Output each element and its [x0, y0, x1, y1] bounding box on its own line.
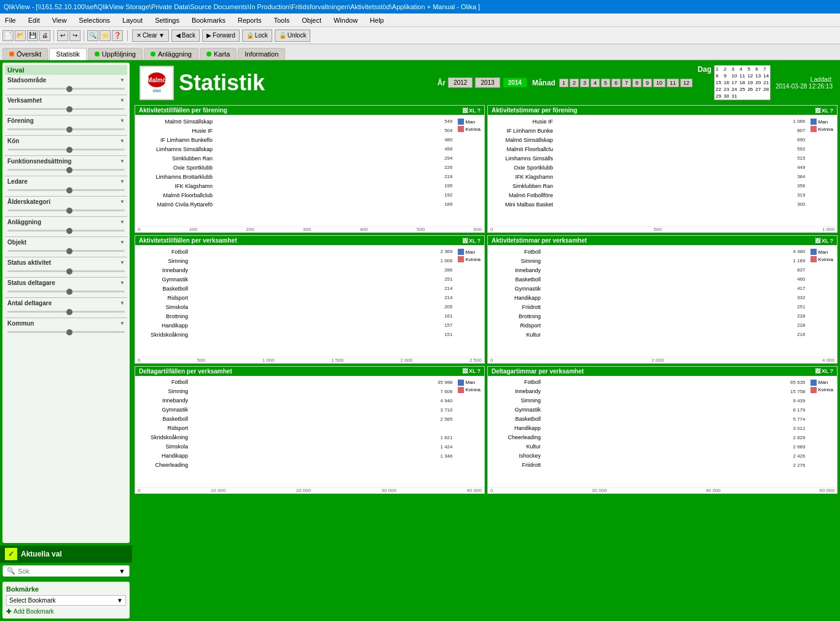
month-7[interactable]: 7	[622, 79, 631, 87]
menu-bookmarks[interactable]: Bookmarks	[189, 15, 228, 25]
slider-anlaggning[interactable]	[5, 226, 127, 235]
tab-oversikt[interactable]: Översikt	[2, 48, 48, 60]
chart-icon-info-1[interactable]: ?	[477, 107, 481, 114]
month-11[interactable]: 11	[667, 79, 679, 87]
tab-information[interactable]: Information	[238, 48, 285, 60]
filter-alderskategori: Ålderskategori ▼	[5, 198, 127, 214]
chart-icon-save-1[interactable]: 🖼	[462, 107, 468, 114]
month-1[interactable]: 1	[559, 79, 568, 87]
search-box[interactable]: 🔍 ▼	[2, 565, 130, 577]
month-5[interactable]: 5	[601, 79, 610, 87]
clear-button[interactable]: ✕ Clear ▼	[132, 29, 169, 42]
menu-reports[interactable]: Reports	[235, 15, 264, 25]
month-2[interactable]: 2	[570, 79, 579, 87]
menu-settings[interactable]: Settings	[152, 15, 182, 25]
logo-box: Malmö stad	[139, 66, 174, 100]
bar-row: Kultur216	[492, 330, 806, 338]
month-12[interactable]: 12	[680, 79, 693, 87]
chart-icon-save-3[interactable]: 🖼	[462, 238, 468, 244]
month-3[interactable]: 3	[580, 79, 589, 87]
month-6[interactable]: 6	[611, 79, 621, 87]
menu-file[interactable]: File	[2, 15, 18, 25]
chart-header-6: Deltagartimmar per verksamhet 🖼 XL ?	[488, 367, 837, 376]
aktuella-val-label: Aktuella val	[21, 550, 62, 558]
chart-icon-save-4[interactable]: 🖼	[815, 238, 820, 244]
lock-button[interactable]: 🔒 Lock	[242, 29, 272, 42]
bookmark-select[interactable]: Select Bookmark ▼	[6, 595, 126, 606]
chart-icon-xl-4[interactable]: XL	[822, 238, 829, 244]
bar-row: Limhamns Simsälls515	[492, 154, 806, 162]
tab-karta[interactable]: Karta	[200, 48, 237, 60]
chart-bars-3: Fotboll2 369 Simning1 006 Innebandy286 G…	[136, 246, 455, 355]
slider-ledare[interactable]	[5, 186, 127, 194]
menu-tools[interactable]: Tools	[271, 15, 292, 25]
chart-icon-info-5[interactable]: ?	[477, 368, 481, 374]
slider-status-deltagare[interactable]	[5, 287, 127, 295]
save-icon[interactable]: 💾	[27, 30, 38, 41]
chart-icon-info-2[interactable]: ?	[830, 107, 834, 114]
help-icon[interactable]: ❓	[112, 30, 123, 41]
bar-row: Handikapp332	[492, 294, 806, 302]
chart-icon-info-4[interactable]: ?	[830, 238, 834, 244]
slider-stadsomrade[interactable]	[5, 84, 127, 93]
menu-object[interactable]: Object	[299, 15, 324, 25]
add-bookmark-button[interactable]: ✚ Add Bookmark	[6, 608, 126, 615]
slider-kommun[interactable]	[5, 327, 127, 336]
month-4[interactable]: 4	[591, 79, 600, 87]
chart-icon-save-2[interactable]: 🖼	[815, 107, 820, 114]
search-input[interactable]	[18, 568, 116, 575]
slider-kon[interactable]	[5, 145, 127, 154]
month-10[interactable]: 10	[653, 79, 665, 87]
back-button[interactable]: ◀ Back	[171, 29, 200, 42]
menu-view[interactable]: View	[50, 15, 69, 25]
bar-row: Cheerleading2 829	[492, 434, 806, 442]
chart-icon-xl-1[interactable]: XL	[469, 107, 476, 114]
bar-row: Malmö Simsällskap690	[492, 136, 806, 144]
bar-row: Basketboll5 774	[492, 415, 806, 423]
tab-anlaggning[interactable]: Anläggning	[144, 48, 198, 60]
chart-icon-info-3[interactable]: ?	[477, 238, 481, 244]
open-icon[interactable]: 📂	[15, 30, 26, 41]
filter-status-aktivitet: Status aktivitet ▼	[5, 259, 127, 275]
month-8[interactable]: 8	[632, 79, 642, 87]
menu-selections[interactable]: Selections	[76, 15, 112, 25]
year-2013[interactable]: 2013	[475, 77, 500, 88]
menu-help[interactable]: Help	[367, 15, 387, 25]
bar-row: Brottning161	[139, 312, 453, 320]
redo-icon[interactable]: ↪	[69, 30, 80, 41]
new-icon[interactable]: 📄	[2, 30, 14, 41]
slider-funktionsnedsattning[interactable]	[5, 165, 127, 174]
menu-layout[interactable]: Layout	[120, 15, 145, 25]
chart-body-6: Fotboll65 635 Innebandy15 758 Simning9 4…	[488, 376, 837, 487]
menu-edit[interactable]: Edit	[26, 15, 42, 25]
print-icon[interactable]: 🖨	[39, 30, 50, 41]
chart-icon-xl-3[interactable]: XL	[469, 238, 476, 244]
month-9[interactable]: 9	[643, 79, 652, 87]
chart-icon-save-5[interactable]: 🖼	[462, 368, 468, 374]
tab-statistik[interactable]: Statistik	[49, 48, 87, 60]
year-2012[interactable]: 2012	[448, 77, 473, 88]
slider-verksamhet[interactable]	[5, 104, 127, 113]
forward-button[interactable]: ▶ Forward	[202, 29, 240, 42]
bar-row: Innebandy15 758	[492, 388, 806, 396]
chart-icon-xl-2[interactable]: XL	[822, 107, 829, 114]
undo-icon[interactable]: ↩	[57, 30, 68, 41]
slider-objekt[interactable]	[5, 246, 127, 255]
slider-status-aktivitet[interactable]	[5, 267, 127, 275]
chart-icon-info-6[interactable]: ?	[830, 368, 834, 374]
slider-forening[interactable]	[5, 125, 127, 133]
menu-window[interactable]: Window	[331, 15, 360, 25]
chart-icon-save-6[interactable]: 🖼	[815, 368, 820, 374]
year-2014[interactable]: 2014	[503, 77, 527, 88]
tab-uppfoljning[interactable]: Uppföljning	[88, 48, 143, 60]
search-dropdown-icon[interactable]: ▼	[119, 568, 125, 575]
unlock-button[interactable]: 🔓 Unlock	[275, 29, 311, 42]
chart-icon-xl-5[interactable]: XL	[469, 368, 476, 374]
slider-antal-deltagare[interactable]	[5, 307, 127, 316]
slider-alderskategori[interactable]	[5, 206, 127, 214]
star-icon[interactable]: ⭐	[100, 30, 111, 41]
checkmark-icon: ✓	[5, 548, 17, 560]
bar-row: Skridskoåkning1 621	[139, 434, 453, 442]
search-icon[interactable]: 🔍	[87, 30, 98, 41]
chart-icon-xl-6[interactable]: XL	[822, 368, 829, 374]
